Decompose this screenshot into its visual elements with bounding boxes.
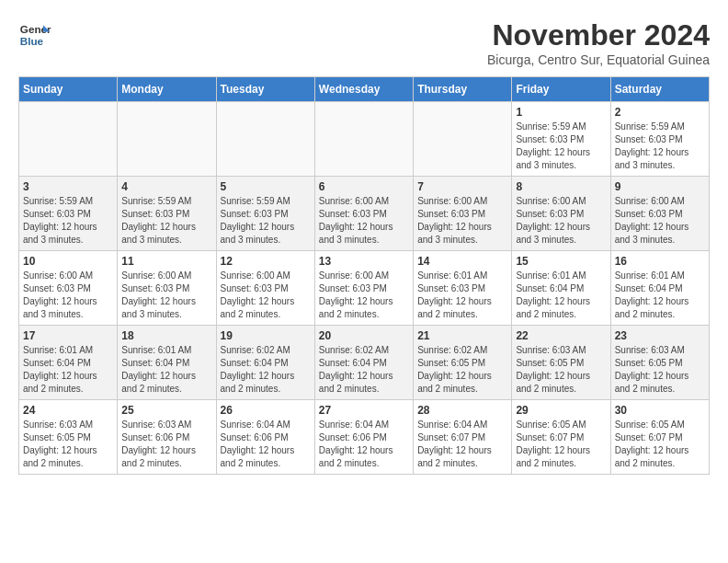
- weekday-header-saturday: Saturday: [610, 77, 709, 102]
- day-number: 1: [516, 106, 606, 119]
- weekday-header-thursday: Thursday: [414, 77, 512, 102]
- day-info: Sunrise: 5:59 AM Sunset: 6:03 PM Dayligh…: [516, 121, 606, 172]
- calendar-week-row: 24Sunrise: 6:03 AM Sunset: 6:05 PM Dayli…: [19, 400, 710, 475]
- calendar-day-cell: 25Sunrise: 6:03 AM Sunset: 6:06 PM Dayli…: [118, 400, 216, 475]
- day-info: Sunrise: 6:00 AM Sunset: 6:03 PM Dayligh…: [516, 195, 606, 247]
- day-info: Sunrise: 6:03 AM Sunset: 6:06 PM Dayligh…: [121, 419, 211, 470]
- day-number: 24: [23, 404, 113, 417]
- calendar-table: SundayMondayTuesdayWednesdayThursdayFrid…: [18, 76, 710, 475]
- day-number: 6: [319, 180, 409, 193]
- calendar-day-cell: 29Sunrise: 6:05 AM Sunset: 6:07 PM Dayli…: [512, 400, 610, 475]
- day-info: Sunrise: 6:05 AM Sunset: 6:07 PM Dayligh…: [615, 419, 705, 470]
- calendar-day-cell: 22Sunrise: 6:03 AM Sunset: 6:05 PM Dayli…: [512, 326, 610, 400]
- day-info: Sunrise: 6:04 AM Sunset: 6:06 PM Dayligh…: [221, 419, 311, 470]
- month-title: November 2024: [487, 18, 710, 52]
- day-number: 21: [417, 329, 507, 342]
- weekday-header-sunday: Sunday: [19, 77, 118, 102]
- day-number: 9: [615, 180, 705, 193]
- day-number: 13: [319, 255, 409, 268]
- day-info: Sunrise: 6:00 AM Sunset: 6:03 PM Dayligh…: [319, 195, 409, 247]
- calendar-day-cell: 17Sunrise: 6:01 AM Sunset: 6:04 PM Dayli…: [19, 326, 118, 400]
- day-info: Sunrise: 6:00 AM Sunset: 6:03 PM Dayligh…: [319, 270, 409, 321]
- day-number: 19: [221, 329, 311, 342]
- day-info: Sunrise: 5:59 AM Sunset: 6:03 PM Dayligh…: [23, 195, 113, 247]
- calendar-day-cell: 7Sunrise: 6:00 AM Sunset: 6:03 PM Daylig…: [414, 177, 512, 251]
- day-number: 14: [417, 255, 507, 268]
- day-number: 29: [516, 404, 606, 417]
- calendar-day-cell: 20Sunrise: 6:02 AM Sunset: 6:04 PM Dayli…: [314, 326, 413, 400]
- calendar-week-row: 1Sunrise: 5:59 AM Sunset: 6:03 PM Daylig…: [19, 102, 710, 177]
- calendar-day-cell: 12Sunrise: 6:00 AM Sunset: 6:03 PM Dayli…: [216, 251, 314, 326]
- day-info: Sunrise: 6:03 AM Sunset: 6:05 PM Dayligh…: [516, 344, 606, 396]
- calendar-day-cell: 18Sunrise: 6:01 AM Sunset: 6:04 PM Dayli…: [118, 326, 216, 400]
- day-number: 7: [417, 180, 507, 193]
- calendar-day-cell: 14Sunrise: 6:01 AM Sunset: 6:03 PM Dayli…: [414, 251, 512, 326]
- day-info: Sunrise: 6:00 AM Sunset: 6:03 PM Dayligh…: [615, 195, 705, 247]
- calendar-day-cell: 26Sunrise: 6:04 AM Sunset: 6:06 PM Dayli…: [216, 400, 314, 475]
- calendar-day-cell: [314, 102, 413, 177]
- calendar-day-cell: 1Sunrise: 5:59 AM Sunset: 6:03 PM Daylig…: [512, 102, 610, 177]
- day-info: Sunrise: 5:59 AM Sunset: 6:03 PM Dayligh…: [615, 121, 705, 172]
- location-title: Bicurga, Centro Sur, Equatorial Guinea: [487, 52, 710, 67]
- day-number: 5: [221, 180, 311, 193]
- day-number: 4: [121, 180, 211, 193]
- day-number: 10: [23, 255, 113, 268]
- day-number: 25: [121, 404, 211, 417]
- calendar-day-cell: 4Sunrise: 5:59 AM Sunset: 6:03 PM Daylig…: [118, 177, 216, 251]
- day-info: Sunrise: 6:04 AM Sunset: 6:07 PM Dayligh…: [417, 419, 507, 470]
- title-block: November 2024 Bicurga, Centro Sur, Equat…: [487, 18, 710, 67]
- day-info: Sunrise: 6:01 AM Sunset: 6:04 PM Dayligh…: [23, 344, 113, 396]
- calendar-week-row: 17Sunrise: 6:01 AM Sunset: 6:04 PM Dayli…: [19, 326, 710, 400]
- page-header: General Blue November 2024 Bicurga, Cent…: [18, 18, 710, 67]
- calendar-day-cell: [414, 102, 512, 177]
- calendar-day-cell: 6Sunrise: 6:00 AM Sunset: 6:03 PM Daylig…: [314, 177, 413, 251]
- day-number: 23: [615, 329, 705, 342]
- day-info: Sunrise: 6:01 AM Sunset: 6:04 PM Dayligh…: [121, 344, 211, 396]
- weekday-header-monday: Monday: [118, 77, 216, 102]
- calendar-day-cell: 28Sunrise: 6:04 AM Sunset: 6:07 PM Dayli…: [414, 400, 512, 475]
- day-info: Sunrise: 6:03 AM Sunset: 6:05 PM Dayligh…: [23, 419, 113, 470]
- day-info: Sunrise: 6:03 AM Sunset: 6:05 PM Dayligh…: [615, 344, 705, 396]
- day-info: Sunrise: 6:00 AM Sunset: 6:03 PM Dayligh…: [221, 270, 311, 321]
- calendar-day-cell: 19Sunrise: 6:02 AM Sunset: 6:04 PM Dayli…: [216, 326, 314, 400]
- calendar-day-cell: [118, 102, 216, 177]
- day-info: Sunrise: 6:00 AM Sunset: 6:03 PM Dayligh…: [121, 270, 211, 321]
- calendar-day-cell: 11Sunrise: 6:00 AM Sunset: 6:03 PM Dayli…: [118, 251, 216, 326]
- calendar-day-cell: 2Sunrise: 5:59 AM Sunset: 6:03 PM Daylig…: [610, 102, 709, 177]
- logo: General Blue: [18, 18, 51, 52]
- calendar-day-cell: 8Sunrise: 6:00 AM Sunset: 6:03 PM Daylig…: [512, 177, 610, 251]
- day-number: 17: [23, 329, 113, 342]
- day-number: 2: [615, 106, 705, 119]
- calendar-day-cell: 16Sunrise: 6:01 AM Sunset: 6:04 PM Dayli…: [610, 251, 709, 326]
- day-info: Sunrise: 6:01 AM Sunset: 6:04 PM Dayligh…: [516, 270, 606, 321]
- day-info: Sunrise: 6:00 AM Sunset: 6:03 PM Dayligh…: [23, 270, 113, 321]
- day-number: 3: [23, 180, 113, 193]
- day-number: 28: [417, 404, 507, 417]
- day-number: 16: [615, 255, 705, 268]
- day-info: Sunrise: 6:02 AM Sunset: 6:04 PM Dayligh…: [319, 344, 409, 396]
- day-info: Sunrise: 6:01 AM Sunset: 6:04 PM Dayligh…: [615, 270, 705, 321]
- weekday-header-wednesday: Wednesday: [314, 77, 413, 102]
- day-info: Sunrise: 6:01 AM Sunset: 6:03 PM Dayligh…: [417, 270, 507, 321]
- day-number: 11: [121, 255, 211, 268]
- day-info: Sunrise: 5:59 AM Sunset: 6:03 PM Dayligh…: [221, 195, 311, 247]
- day-number: 20: [319, 329, 409, 342]
- calendar-day-cell: 3Sunrise: 5:59 AM Sunset: 6:03 PM Daylig…: [19, 177, 118, 251]
- calendar-day-cell: [19, 102, 118, 177]
- calendar-day-cell: 24Sunrise: 6:03 AM Sunset: 6:05 PM Dayli…: [19, 400, 118, 475]
- day-number: 18: [121, 329, 211, 342]
- calendar-week-row: 10Sunrise: 6:00 AM Sunset: 6:03 PM Dayli…: [19, 251, 710, 326]
- day-info: Sunrise: 5:59 AM Sunset: 6:03 PM Dayligh…: [121, 195, 211, 247]
- calendar-week-row: 3Sunrise: 5:59 AM Sunset: 6:03 PM Daylig…: [19, 177, 710, 251]
- day-number: 26: [221, 404, 311, 417]
- day-info: Sunrise: 6:02 AM Sunset: 6:05 PM Dayligh…: [417, 344, 507, 396]
- day-number: 8: [516, 180, 606, 193]
- weekday-header-friday: Friday: [512, 77, 610, 102]
- calendar-day-cell: 5Sunrise: 5:59 AM Sunset: 6:03 PM Daylig…: [216, 177, 314, 251]
- calendar-day-cell: 15Sunrise: 6:01 AM Sunset: 6:04 PM Dayli…: [512, 251, 610, 326]
- day-number: 30: [615, 404, 705, 417]
- day-info: Sunrise: 6:02 AM Sunset: 6:04 PM Dayligh…: [221, 344, 311, 396]
- calendar-day-cell: 10Sunrise: 6:00 AM Sunset: 6:03 PM Dayli…: [19, 251, 118, 326]
- svg-text:Blue: Blue: [20, 35, 44, 47]
- day-number: 22: [516, 329, 606, 342]
